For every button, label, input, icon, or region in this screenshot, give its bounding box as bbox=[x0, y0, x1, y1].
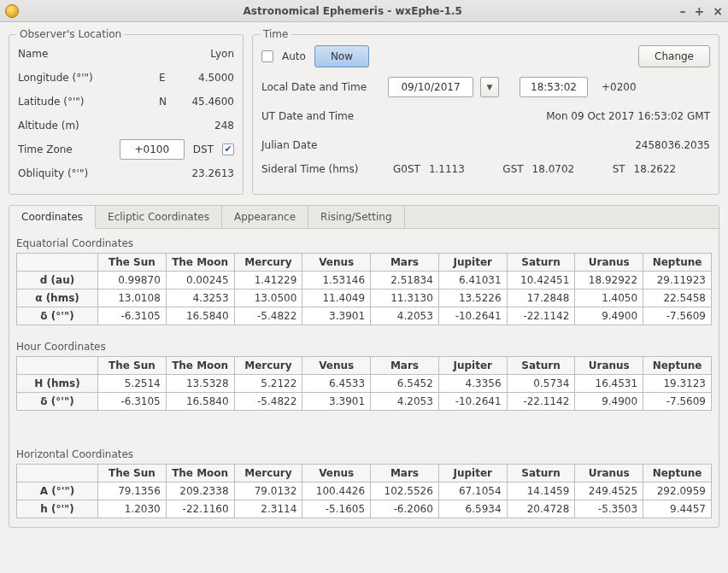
table-cell: 14.1459 bbox=[507, 482, 575, 500]
table-cell: 5.2514 bbox=[98, 375, 167, 393]
table-cell: -6.2060 bbox=[371, 500, 439, 518]
julian-date-label: Julian Date bbox=[261, 139, 381, 151]
tab-appearance[interactable]: Appearance bbox=[222, 206, 308, 228]
tab-bar: Coordinates Ecliptic Coordinates Appeara… bbox=[9, 206, 719, 229]
row-header: δ (°'") bbox=[17, 393, 98, 411]
observer-obliquity-value: 23.2613 bbox=[174, 167, 234, 179]
timezone-input[interactable]: +0100 bbox=[120, 139, 185, 160]
observer-altitude-label: Altitude (m) bbox=[18, 120, 159, 132]
table-cell: 11.4049 bbox=[302, 289, 371, 307]
change-button[interactable]: Change bbox=[638, 45, 710, 67]
table-cell: 13.0108 bbox=[98, 289, 167, 307]
table-cell: 79.0132 bbox=[234, 482, 302, 500]
table-cell: 6.4533 bbox=[302, 375, 371, 393]
table-cell: 18.92922 bbox=[575, 272, 643, 289]
table-cell: 0.00245 bbox=[166, 272, 234, 289]
minimize-icon[interactable]: – bbox=[680, 4, 686, 18]
row-header: H (hms) bbox=[17, 375, 98, 393]
table-cell: 67.1054 bbox=[438, 482, 507, 500]
hour-table: The SunThe MoonMercuryVenusMarsJupiterSa… bbox=[16, 356, 712, 411]
table-cell: 11.3130 bbox=[371, 289, 439, 307]
table-cell: 1.53146 bbox=[302, 272, 371, 289]
table-header: Venus bbox=[302, 465, 371, 482]
observer-longitude-hemisphere: E bbox=[159, 72, 174, 84]
table-cell: -5.4822 bbox=[234, 393, 302, 411]
table-cell: 1.2030 bbox=[98, 500, 167, 518]
hour-title: Hour Coordinates bbox=[16, 341, 712, 353]
tab-ecliptic[interactable]: Ecliptic Coordinates bbox=[96, 206, 222, 228]
table-cell: 16.5840 bbox=[166, 393, 234, 411]
table-cell: -22.1160 bbox=[166, 500, 234, 518]
local-time-input[interactable]: 18:53:02 bbox=[520, 77, 588, 97]
observer-obliquity-label: Obliquity (°'") bbox=[18, 167, 159, 179]
table-row: H (hms)5.251413.53285.21226.45336.54524.… bbox=[17, 375, 712, 393]
table-header: Jupiter bbox=[438, 254, 507, 272]
now-button[interactable]: Now bbox=[314, 45, 369, 67]
table-cell: 6.5452 bbox=[371, 375, 439, 393]
table-cell: 19.3123 bbox=[643, 375, 712, 393]
horizontal-title: Horizontal Coordinates bbox=[16, 448, 712, 460]
observer-group: Observer's Location Name Lyon Longitude … bbox=[9, 34, 244, 195]
table-header: Mercury bbox=[234, 357, 302, 375]
table-cell: 292.0959 bbox=[643, 482, 712, 500]
tabs-container: Coordinates Ecliptic Coordinates Appeara… bbox=[9, 205, 719, 528]
table-header: Mercury bbox=[234, 465, 302, 482]
table-cell: 249.4525 bbox=[575, 482, 643, 500]
table-cell: 0.99870 bbox=[98, 272, 167, 289]
maximize-icon[interactable]: + bbox=[695, 4, 705, 18]
g0st-label: G0ST bbox=[393, 163, 420, 175]
tab-rising[interactable]: Rising/Setting bbox=[308, 206, 405, 228]
table-row: d (au)0.998700.002451.412291.531462.5183… bbox=[17, 272, 712, 289]
time-legend: Time bbox=[260, 28, 291, 40]
table-cell: 209.2338 bbox=[166, 482, 234, 500]
table-header: The Moon bbox=[166, 357, 234, 375]
table-cell: -22.1142 bbox=[507, 307, 575, 325]
table-row: α (hms)13.01084.325313.050011.404911.313… bbox=[17, 289, 712, 307]
table-row: δ (°'")-6.310516.5840-5.48223.39014.2053… bbox=[17, 393, 712, 411]
table-header: Uranus bbox=[575, 465, 643, 482]
table-cell: 20.4728 bbox=[507, 500, 575, 518]
table-cell: 16.5840 bbox=[166, 307, 234, 325]
table-cell: -7.5609 bbox=[643, 307, 712, 325]
auto-checkbox[interactable] bbox=[261, 50, 273, 62]
table-cell: -10.2641 bbox=[438, 307, 507, 325]
dst-checkbox[interactable] bbox=[222, 143, 234, 155]
table-cell: -6.3105 bbox=[98, 307, 167, 325]
table-cell: -6.3105 bbox=[98, 393, 167, 411]
table-header: The Moon bbox=[166, 254, 234, 272]
observer-longitude-row: Longitude (°'") E 4.5000 bbox=[18, 66, 234, 90]
julian-date-value: 2458036.2035 bbox=[386, 139, 710, 151]
table-header: Mars bbox=[371, 357, 439, 375]
table-header: Uranus bbox=[575, 254, 643, 272]
table-cell: 4.3356 bbox=[438, 375, 507, 393]
table-header: Jupiter bbox=[438, 465, 507, 482]
close-icon[interactable]: × bbox=[713, 4, 723, 18]
table-header: Mars bbox=[371, 254, 439, 272]
observer-name-value: Lyon bbox=[174, 48, 234, 60]
ut-datetime-value: Mon 09 Oct 2017 16:53:02 GMT bbox=[386, 110, 710, 122]
table-cell: 13.5328 bbox=[166, 375, 234, 393]
table-header: Neptune bbox=[643, 465, 712, 482]
table-cell: 2.3114 bbox=[234, 500, 302, 518]
table-cell: -5.3503 bbox=[575, 500, 643, 518]
table-cell: -5.1605 bbox=[302, 500, 371, 518]
table-cell: 9.4900 bbox=[575, 393, 643, 411]
local-offset: +0200 bbox=[602, 81, 637, 93]
st-label: ST bbox=[613, 163, 625, 175]
table-header: Neptune bbox=[643, 254, 712, 272]
date-dropdown-icon[interactable]: ▼ bbox=[480, 77, 499, 97]
table-header: Venus bbox=[302, 254, 371, 272]
observer-longitude-value: 4.5000 bbox=[174, 72, 234, 84]
table-cell: 17.2848 bbox=[507, 289, 575, 307]
table-cell: 9.4457 bbox=[643, 500, 712, 518]
tab-coordinates[interactable]: Coordinates bbox=[9, 206, 96, 229]
table-cell: 102.5526 bbox=[371, 482, 439, 500]
table-header: The Sun bbox=[98, 465, 167, 482]
local-date-input[interactable]: 09/10/2017 bbox=[388, 77, 473, 97]
table-header: The Sun bbox=[98, 254, 167, 272]
table-cell: 13.5226 bbox=[438, 289, 507, 307]
table-row: A (°'")79.1356209.233879.0132100.4426102… bbox=[17, 482, 712, 500]
table-cell: 0.5734 bbox=[507, 375, 575, 393]
gst-label: GST bbox=[502, 163, 523, 175]
observer-latitude-label: Latitude (°'") bbox=[18, 96, 159, 108]
